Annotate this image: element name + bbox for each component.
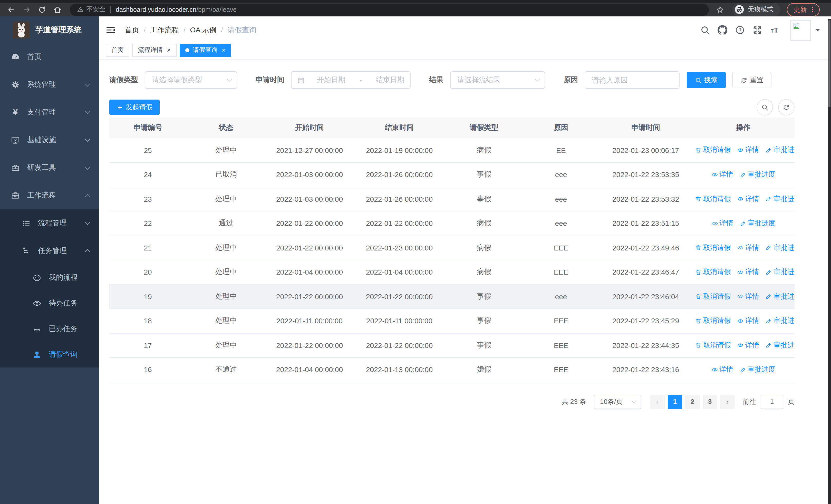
detail-link[interactable]: 详情 [737, 194, 759, 204]
detail-link[interactable]: 详情 [711, 219, 733, 228]
cell-end: 2022-01-26 00:00:00 [353, 187, 446, 211]
detail-link[interactable]: 详情 [711, 170, 733, 179]
progress-link[interactable]: 审批进度 [765, 243, 795, 252]
detail-link[interactable]: 详情 [737, 316, 759, 325]
browser-forward-button[interactable] [21, 3, 33, 16]
browser-back-button[interactable] [5, 3, 18, 16]
progress-link[interactable]: 审批进度 [739, 219, 775, 228]
cell-start: 2022-01-22 00:00:00 [266, 284, 353, 309]
page-button-1[interactable]: 1 [668, 394, 682, 409]
sidebar-item-todo-tasks[interactable]: 待办任务 [0, 291, 99, 316]
edit-icon [739, 171, 746, 178]
cell-end: 2022-01-23 00:00:00 [353, 236, 446, 260]
cell-actions: 取消请假详情审批进度 [692, 284, 795, 309]
search-button[interactable]: 搜索 [687, 72, 726, 88]
next-page-button[interactable]: › [720, 394, 735, 409]
detail-link[interactable]: 详情 [737, 243, 759, 252]
page-scrollbar [828, 19, 831, 504]
sidebar-item-done-tasks[interactable]: 已办任务 [0, 316, 99, 342]
detail-link[interactable]: 详情 [737, 292, 759, 301]
github-icon[interactable] [718, 25, 727, 35]
apply-time-range-picker[interactable]: 开始日期 - 结束日期 [291, 71, 411, 89]
edit-icon [765, 342, 772, 349]
tab-close-icon[interactable]: × [222, 47, 225, 53]
browser-home-button[interactable] [51, 3, 64, 16]
address-separator [110, 6, 111, 13]
cancel-link[interactable]: 取消请假 [695, 267, 731, 277]
cancel-link[interactable]: 取消请假 [695, 316, 731, 325]
progress-link[interactable]: 审批进度 [765, 340, 795, 350]
trash-icon [695, 196, 701, 202]
cell-apply_time: 2022-01-22 23:53:35 [600, 162, 692, 187]
sidebar-item-payment[interactable]: ¥支付管理 [0, 98, 99, 126]
reset-button[interactable]: 重置 [733, 72, 771, 88]
progress-link[interactable]: 审批进度 [739, 170, 775, 179]
user-avatar[interactable] [791, 20, 820, 40]
sidebar-item-label: 首页 [27, 52, 41, 62]
browser-chrome: 不安全 dashboard.yudao.iocoder.cn/bpm/oa/le… [0, 0, 831, 17]
detail-link[interactable]: 详情 [711, 365, 733, 374]
tab-home[interactable]: 首页 [106, 43, 130, 57]
page-button-2[interactable]: 2 [685, 394, 699, 409]
result-select[interactable]: 请选择流结果 [450, 71, 545, 89]
cancel-link[interactable]: 取消请假 [695, 194, 731, 204]
breadcrumb-item[interactable]: OA 示例 [190, 25, 217, 35]
font-size-icon[interactable]: TT [770, 25, 780, 35]
goto-page-input[interactable] [761, 394, 783, 409]
sidebar-item-devtools[interactable]: 研发工具 [0, 154, 99, 182]
toolbox-icon [11, 163, 20, 173]
address-bar[interactable]: 不安全 dashboard.yudao.iocoder.cn/bpm/oa/le… [70, 3, 709, 16]
breadcrumb-item[interactable]: 工作流程 [150, 25, 179, 35]
reason-input[interactable] [587, 72, 678, 88]
sidebar-item-infrastructure[interactable]: 基础设施 [0, 126, 99, 154]
sidebar-item-workflow[interactable]: 工作流程 [0, 182, 99, 209]
cancel-link[interactable]: 取消请假 [695, 292, 731, 301]
detail-label: 详情 [719, 365, 733, 374]
page-size-select[interactable]: 10条/页 [594, 394, 641, 409]
refresh-table-button[interactable] [778, 99, 795, 116]
show-search-button[interactable] [756, 99, 773, 116]
sidebar-item-home[interactable]: 首页 [0, 43, 99, 71]
range-separator: - [357, 76, 364, 84]
progress-label: 审批进度 [774, 340, 795, 350]
monitor-icon [11, 136, 20, 145]
progress-link[interactable]: 审批进度 [765, 292, 795, 301]
detail-link[interactable]: 详情 [737, 146, 759, 155]
scrollbar-thumb[interactable] [828, 20, 830, 107]
sidebar-item-process-management[interactable]: 流程管理 [0, 209, 99, 237]
sidebar-item-leave-query[interactable]: 请假查询 [0, 342, 99, 367]
leave-type-placeholder: 请选择请假类型 [152, 76, 202, 85]
cancel-link[interactable]: 取消请假 [695, 243, 731, 252]
tab-close-icon[interactable]: × [167, 47, 171, 53]
app-logo[interactable]: 芋道管理系统 [0, 17, 99, 43]
progress-link[interactable]: 审批进度 [765, 146, 795, 155]
cancel-link[interactable]: 取消请假 [695, 340, 731, 350]
tab-leave-query[interactable]: 请假查询× [179, 43, 231, 57]
search-icon[interactable] [700, 25, 710, 35]
progress-link[interactable]: 审批进度 [765, 267, 795, 277]
cell-id: 19 [109, 284, 186, 309]
page-button-3[interactable]: 3 [703, 394, 717, 409]
progress-link[interactable]: 审批进度 [765, 316, 795, 325]
table-row: 18处理中2022-01-11 00:00:002022-01-11 00:00… [109, 309, 795, 333]
sidebar-collapse-icon[interactable] [105, 25, 116, 35]
bookmark-star-icon[interactable] [716, 4, 726, 14]
breadcrumb-item[interactable]: 首页 [125, 25, 139, 35]
leave-type-select[interactable]: 请选择请假类型 [145, 71, 237, 89]
detail-link[interactable]: 详情 [737, 340, 759, 350]
progress-link[interactable]: 审批进度 [765, 194, 795, 204]
fullscreen-icon[interactable] [752, 25, 762, 35]
tab-process-detail[interactable]: 流程详情× [133, 43, 176, 57]
sidebar-item-task-management[interactable]: 任务管理 [0, 237, 99, 265]
sidebar-item-my-process[interactable]: 我的流程 [0, 265, 99, 291]
detail-link[interactable]: 详情 [737, 267, 759, 277]
progress-link[interactable]: 审批进度 [739, 365, 775, 374]
help-icon[interactable] [735, 25, 745, 35]
prev-page-button[interactable]: ‹ [650, 394, 665, 409]
browser-update-button[interactable]: 更新 [787, 3, 820, 16]
browser-reload-button[interactable] [36, 3, 48, 16]
cancel-link[interactable]: 取消请假 [695, 146, 731, 155]
sidebar-item-system[interactable]: 系统管理 [0, 71, 99, 98]
create-leave-button[interactable]: 发起请假 [109, 99, 160, 115]
dashboard-icon [11, 52, 20, 62]
